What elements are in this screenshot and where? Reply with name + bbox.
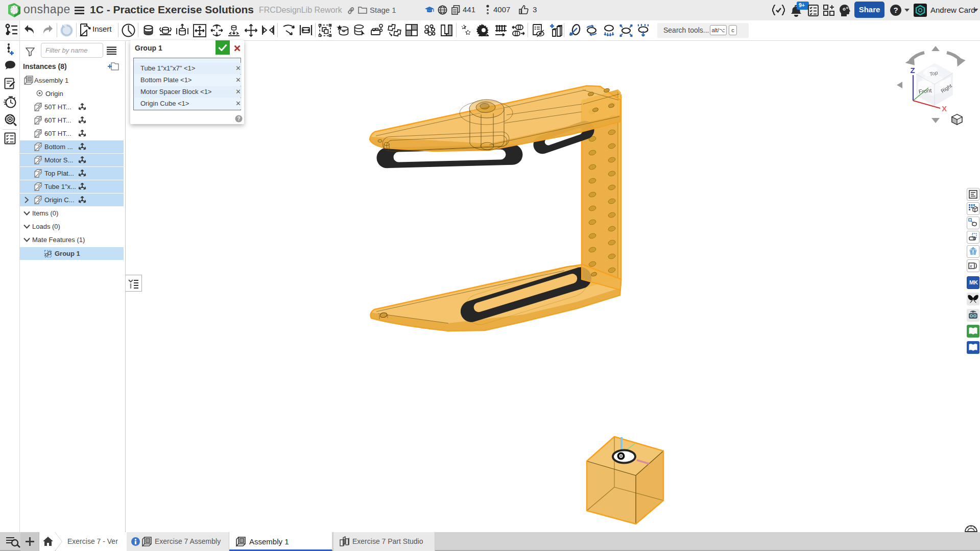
svg-text:x: x (969, 263, 972, 269)
svg-text:?: ? (893, 6, 898, 14)
svg-text:X: X (942, 104, 947, 113)
svg-text:?: ? (237, 116, 240, 122)
svg-text:Z: Z (910, 66, 915, 75)
